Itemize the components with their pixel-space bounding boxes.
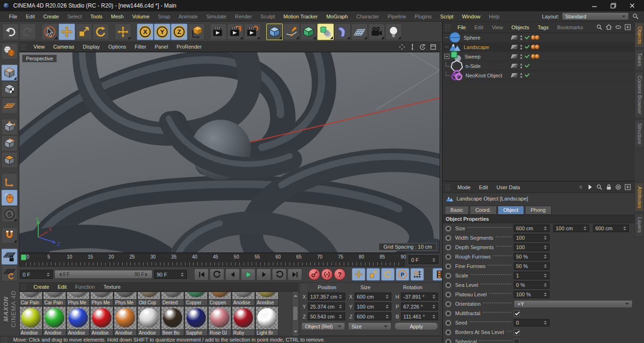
keyframe-dot-icon[interactable] [446, 226, 451, 231]
add-sweep-button[interactable] [317, 24, 334, 40]
objects-menu-bookmarks[interactable]: Bookmarks [553, 25, 587, 30]
keyframe-dot-icon[interactable] [446, 339, 451, 343]
spinner-icon[interactable] [180, 271, 184, 278]
spinner-icon[interactable] [543, 263, 547, 269]
manager-tab-objects[interactable]: Objects [635, 23, 644, 48]
history-forward-icon[interactable] [586, 184, 593, 191]
key-pla-button[interactable] [410, 268, 424, 281]
spinner-icon[interactable] [385, 293, 389, 300]
keyframe-dot-icon[interactable] [446, 273, 451, 278]
redo-button[interactable] [19, 24, 36, 40]
eye-icon[interactable] [615, 24, 622, 31]
borders-at-sea-level-checkbox[interactable] [514, 329, 520, 335]
spinner-icon[interactable] [339, 293, 343, 300]
material-thumb-bottom-8[interactable]: Rose Gl [208, 306, 231, 336]
tab-object[interactable]: Object [498, 206, 524, 215]
key-scale-button[interactable] [366, 268, 380, 281]
keyframe-dot-icon[interactable] [446, 330, 451, 335]
last-tool-move-button[interactable] [115, 24, 131, 40]
main-menu-plugins[interactable]: Plugins [410, 14, 436, 19]
panel-grip[interactable] [445, 184, 451, 191]
add-panel-icon[interactable] [624, 184, 631, 191]
spinner-icon[interactable] [543, 234, 547, 241]
enabled-check-icon[interactable] [525, 44, 530, 50]
add-light-button[interactable] [385, 24, 402, 40]
workplane-mode-button[interactable] [1, 98, 17, 114]
material-thumb-top-5[interactable]: Old Cop [137, 292, 161, 306]
material-thumb-top-10[interactable]: Anodise [255, 292, 279, 306]
panel-grip[interactable] [301, 284, 307, 291]
model-mode-button[interactable] [1, 65, 17, 81]
material-thumb-bottom-9[interactable]: Ruby [232, 306, 255, 336]
sea-level-field-0[interactable]: 0 % [514, 281, 550, 289]
material-thumb-top-2[interactable]: Phys Me [67, 292, 90, 306]
add-primitive-cube-button[interactable] [266, 24, 283, 40]
main-menu-snap[interactable]: Snap [154, 14, 175, 19]
polygons-mode-button[interactable] [1, 152, 17, 168]
align-workplane-button[interactable] [1, 265, 17, 281]
add-panel-icon[interactable] [624, 24, 631, 31]
scroll-down-icon[interactable] [294, 331, 297, 335]
frame-range-slider[interactable]: 0 F 90 F [54, 270, 153, 279]
spinner-icon[interactable] [432, 313, 436, 320]
object-rel-dropdown[interactable]: Object (Rel) [301, 322, 345, 330]
object-row-landscape[interactable]: Landscape [443, 42, 635, 52]
tab-coord[interactable]: Coord. [470, 206, 497, 215]
keyframe-dot-icon[interactable] [446, 283, 451, 288]
object-row-neoknot-object[interactable]: NeoKnot Object [443, 71, 635, 80]
rotation-b-field[interactable]: 111.461 ° [401, 312, 438, 320]
layer-color-icon[interactable] [510, 35, 519, 40]
objects-menu-edit[interactable]: Edit [470, 25, 488, 30]
main-menu-render[interactable]: Render [230, 14, 256, 19]
material-thumb-top-4[interactable]: Phys Me [114, 292, 137, 306]
tag-icons[interactable] [531, 54, 538, 59]
render-view-button[interactable] [210, 24, 227, 40]
main-menu-motion-tracker[interactable]: Motion Tracker [279, 14, 322, 19]
scale-button[interactable] [76, 24, 92, 40]
enabled-check-icon[interactable] [525, 54, 530, 59]
keyframe-dot-icon[interactable] [446, 292, 451, 297]
spinner-icon[interactable] [543, 225, 547, 232]
main-menu-create[interactable]: Create [39, 14, 63, 19]
move-button[interactable] [59, 24, 75, 40]
size-field-2[interactable]: 600 cm [593, 225, 629, 232]
layer-color-icon[interactable] [510, 44, 519, 50]
rotation-p-field[interactable]: 67.226 ° [401, 302, 438, 310]
spinner-icon[interactable] [385, 303, 389, 310]
spinner-icon[interactable] [543, 291, 547, 298]
objects-menu-objects[interactable]: Objects [507, 25, 533, 30]
spinner-icon[interactable] [432, 293, 436, 300]
keyframe-dot-icon[interactable] [446, 245, 451, 250]
layer-color-icon[interactable] [510, 73, 519, 78]
material-thumb-top-7[interactable]: Copper [185, 292, 208, 306]
add-spline-pen-button[interactable] [283, 24, 300, 40]
seed-field-0[interactable]: 0 [514, 319, 550, 326]
enabled-check-icon[interactable] [525, 73, 530, 78]
add-generator-button[interactable] [300, 24, 317, 40]
keyframe-dot-icon[interactable] [446, 311, 451, 316]
material-menu-edit[interactable]: Edit [53, 284, 71, 290]
target-icon[interactable] [615, 184, 622, 191]
home-icon[interactable] [605, 24, 612, 31]
layer-color-icon[interactable] [510, 54, 519, 59]
slider-left-arrow-icon[interactable] [58, 273, 61, 276]
goto-end-button[interactable] [288, 268, 302, 281]
material-menu-function[interactable]: Function [71, 284, 99, 290]
lock-workplane-button[interactable] [1, 249, 17, 265]
key-rotation-button[interactable] [381, 268, 395, 281]
scale-field-0[interactable]: 1 [514, 272, 550, 279]
toggle-views-icon[interactable] [430, 43, 437, 50]
autokeying-button[interactable] [321, 268, 333, 280]
viewport-menu-view[interactable]: View [29, 44, 49, 50]
make-editable-button[interactable] [1, 43, 17, 59]
main-menu-window[interactable]: Window [458, 14, 484, 19]
material-thumb-bottom-5[interactable]: Anodise [137, 306, 161, 336]
collapse-icon[interactable] [444, 54, 449, 59]
range-end-field[interactable]: 90 F [154, 270, 187, 279]
main-menu-help[interactable]: Help [485, 14, 504, 19]
section-header[interactable]: Object Properties [443, 215, 635, 223]
spinner-icon[interactable] [622, 225, 627, 232]
multifractal-checkbox[interactable] [514, 310, 520, 317]
manager-tab-takes[interactable]: Takes [635, 49, 644, 70]
tab-phong[interactable]: Phong [525, 206, 551, 215]
